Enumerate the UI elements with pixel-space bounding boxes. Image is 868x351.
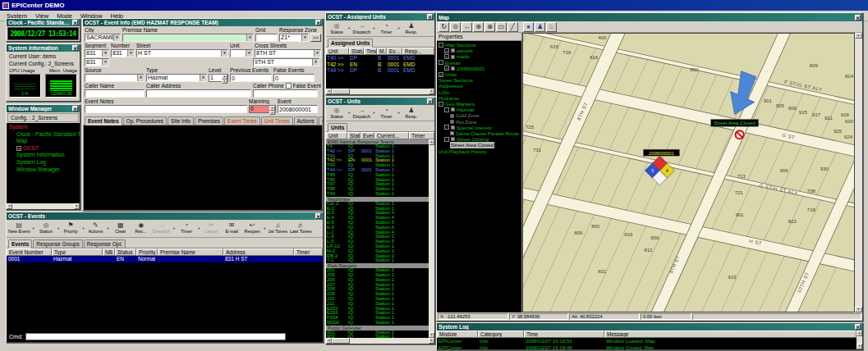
column-header-m[interactable]: M... — [377, 48, 387, 55]
chevron-down-icon[interactable]: ▼ — [127, 50, 134, 57]
scroll-track[interactable] — [12, 203, 74, 209]
toolbar-button-status[interactable]: ◎Status — [36, 221, 56, 235]
premise_name-combo[interactable]: ▼ — [122, 34, 254, 42]
close-icon[interactable]: ✕ — [72, 106, 78, 112]
previous_events-field[interactable] — [230, 74, 272, 82]
close-icon[interactable]: ✕ — [72, 20, 78, 25]
scroll-left-icon[interactable]: ◄ — [7, 203, 12, 209]
layer-checkbox[interactable] — [450, 120, 454, 124]
toolbar-button-resp[interactable]: ♟Resp. — [402, 106, 421, 120]
map-tree-item-cold-zone[interactable]: Cold Zone — [437, 112, 521, 118]
map-tree-item-street-area-closed[interactable]: Street Area Closed — [437, 142, 521, 148]
scroll-right-icon[interactable]: ► — [429, 89, 434, 94]
layer-checkbox[interactable]: ✓ — [451, 66, 455, 71]
tab-response-groups[interactable]: Response Groups — [33, 239, 82, 248]
dropdown-arrow-icon[interactable]: ▾ — [347, 26, 351, 30]
map-tree-item-hydrants[interactable]: Hydrants — [437, 95, 521, 101]
dropdown-arrow-icon[interactable]: ▾ — [57, 226, 60, 230]
map-tree-item-units[interactable]: +Units — [437, 71, 521, 77]
scroll-track[interactable] — [332, 338, 429, 344]
wm-tree-item-map[interactable]: Map — [7, 138, 80, 145]
log-vscrollbar[interactable]: ▲ ▼ — [857, 330, 862, 349]
column-header-address[interactable]: Address — [223, 248, 294, 256]
expander-icon[interactable]: - — [444, 137, 449, 142]
city-combo[interactable]: SACRAMENTO▼ — [85, 34, 121, 42]
column-header-status[interactable]: Status — [115, 248, 136, 256]
toolbar-button-priority[interactable]: ⚑Priority — [61, 221, 80, 235]
wm-tree-item-system[interactable]: System — [7, 124, 80, 131]
wm-tree-item-system-log[interactable]: System Log — [7, 159, 80, 166]
rotate-icon[interactable]: ↻ — [439, 22, 449, 32]
assigned-unit-row[interactable]: T40 >>DPB0001EMD — [326, 55, 434, 62]
zoom-window-icon[interactable]: ⊙ — [450, 22, 461, 32]
toolbar-button-reopen[interactable]: ↩Reopen — [242, 221, 262, 235]
toolbar-button-timer[interactable]: ◔Timer — [177, 221, 196, 235]
chevron-down-icon[interactable]: ▼ — [137, 75, 144, 81]
column-header-ev[interactable]: Ev... — [387, 48, 402, 55]
scroll-track[interactable] — [332, 89, 429, 94]
tab-unit-times[interactable]: Unit Times — [261, 116, 293, 125]
chevron-down-icon[interactable]: ▼ — [246, 50, 252, 57]
event-notes-area[interactable] — [83, 125, 323, 211]
map-svg[interactable]: 4006157196168008098249019059099159179216… — [523, 34, 854, 312]
tab-actions[interactable]: Actions — [294, 116, 318, 125]
log-row[interactable]: EPICenterInfo2008/12/27 15:18:53Window L… — [437, 338, 857, 344]
system-log-titlebar[interactable]: System Log ✕ — [437, 323, 862, 330]
tab-chronology[interactable]: Chronology — [319, 116, 324, 125]
expander-icon[interactable]: - — [439, 102, 443, 107]
chevron-down-icon[interactable]: ▼ — [113, 34, 120, 41]
column-header-timer[interactable]: Timer — [364, 48, 377, 55]
assigned-units-list-area[interactable] — [326, 74, 434, 89]
assigned-unit-row[interactable]: T42 >>ENB0001EMD — [326, 62, 434, 68]
column-header-resp[interactable]: Resp... — [402, 48, 434, 55]
units-list[interactable]: EMD Hazmat Response TeamsT4IQStation 1T4… — [326, 139, 429, 338]
scroll-right-icon[interactable]: ► — [429, 338, 434, 344]
column-header-event-number[interactable]: Event Number — [7, 248, 52, 256]
toolbar-button-new-event[interactable]: ▤New Event — [7, 221, 31, 235]
column-header-premise-name[interactable]: Premise Name — [158, 248, 223, 256]
tab-premises[interactable]: Premises — [195, 116, 223, 125]
column-header-time[interactable]: Time — [524, 330, 604, 338]
chevron-down-icon[interactable]: ▼ — [102, 50, 108, 57]
caller_name-field[interactable] — [85, 89, 145, 98]
dropdown-arrow-icon[interactable]: ▾ — [372, 111, 375, 115]
layer-checkbox[interactable]: ✓ — [451, 125, 455, 130]
map-tree-item-santa-clause-parade-route[interactable]: ✓Santa Clause Parade Route — [437, 130, 521, 136]
map-canvas[interactable]: 4006157196168008098249019059099159179216… — [522, 33, 855, 312]
unit-combo[interactable]: ▼ — [230, 49, 253, 57]
assigned-units-titlebar[interactable]: OCST - Assigned Units ✕ — [326, 13, 434, 21]
map-titlebar[interactable]: Map ✕ — [437, 13, 862, 21]
close-icon[interactable]: ✕ — [315, 20, 321, 25]
manning-stepper[interactable]: 0▲▼ — [249, 105, 276, 113]
layer-checkbox[interactable]: ✓ — [451, 48, 455, 52]
cross_street_2-combo[interactable]: 9TH ST▼ — [253, 58, 319, 66]
scroll-up-icon[interactable]: ▲ — [429, 139, 434, 145]
close-icon[interactable]: ✕ — [427, 14, 433, 20]
chevron-down-icon[interactable]: ▼ — [314, 50, 320, 57]
event-row[interactable]: 0001HazmatENNormal831 H ST — [7, 256, 323, 262]
wm-tree-item-window-manager[interactable]: Window Manager — [7, 166, 80, 174]
street-combo[interactable]: H ST▼ — [136, 49, 228, 57]
chevron-down-icon[interactable]: ▼ — [312, 59, 319, 66]
expander-icon[interactable]: + — [16, 146, 21, 151]
event-info-titlebar[interactable]: OCST - Event Info (EMD HAZMAT RESPONSE T… — [83, 19, 323, 26]
scroll-track[interactable] — [857, 336, 862, 344]
type-combo[interactable]: Hazmat▼ — [146, 74, 207, 82]
column-header-unit[interactable]: Unit — [326, 48, 349, 55]
level-stepper[interactable]: 1▲▼ — [209, 74, 228, 82]
wm-tree-item-clock-pacific-standard-tim[interactable]: Clock - Pacific Standard Tim — [7, 131, 80, 139]
segment-combo[interactable]: 831▼ — [85, 49, 109, 57]
column-header-type[interactable]: Type — [52, 248, 103, 256]
dropdown-arrow-icon[interactable]: ▾ — [397, 111, 401, 115]
dropdown-arrow-icon[interactable]: ▾ — [32, 226, 35, 230]
expander-icon[interactable]: - — [444, 107, 449, 112]
caller_address-field[interactable] — [146, 89, 251, 98]
expander-icon[interactable]: - — [444, 125, 449, 130]
event_notes-field[interactable] — [85, 105, 247, 113]
cmd-input[interactable] — [25, 333, 286, 340]
tab-site-info[interactable]: Site Info — [168, 116, 194, 125]
column-header-status[interactable]: Status — [349, 48, 364, 55]
column-header-module[interactable]: Module — [437, 330, 478, 338]
dropdown-arrow-icon[interactable]: ▾ — [81, 226, 85, 230]
scroll-up-icon[interactable]: ▲ — [857, 330, 862, 336]
